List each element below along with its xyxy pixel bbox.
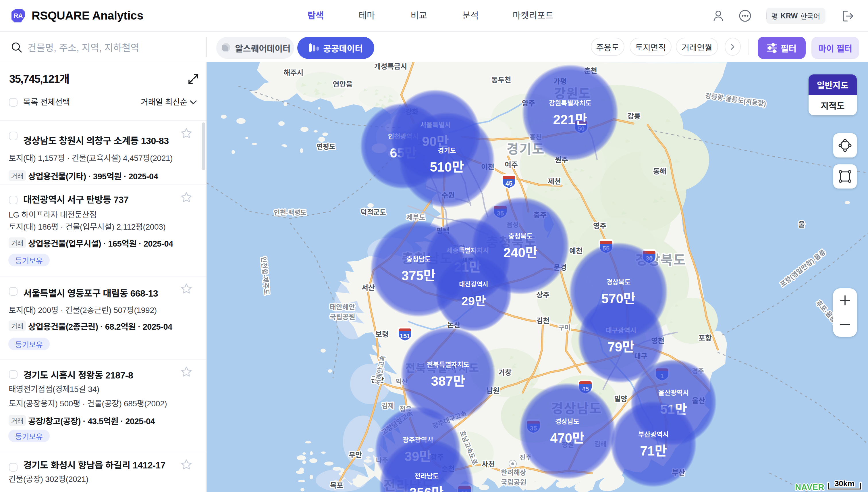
svg-text:울: 울 (798, 220, 805, 228)
svg-text:인천-백령도: 인천-백령도 (274, 209, 306, 216)
svg-text:510만: 510만 (430, 159, 464, 174)
svg-text:예천: 예천 (569, 247, 583, 255)
svg-text:제부도: 제부도 (406, 214, 425, 221)
svg-text:375만: 375만 (401, 268, 435, 283)
svg-text:570만: 570만 (601, 291, 635, 306)
svg-text:밀양: 밀양 (614, 395, 627, 403)
svg-text:태안해안: 태안해안 (330, 303, 355, 311)
svg-text:포항: 포항 (698, 334, 712, 342)
svg-text:충청남도: 충청남도 (406, 255, 431, 263)
svg-text:김제: 김제 (382, 402, 394, 410)
svg-text:영주: 영주 (593, 222, 606, 230)
svg-text:개성특급시: 개성특급시 (374, 63, 407, 70)
svg-text:김천: 김천 (536, 317, 550, 325)
svg-text:경기도: 경기도 (438, 147, 456, 154)
svg-text:상주: 상주 (536, 291, 550, 299)
svg-text:151: 151 (400, 333, 410, 340)
svg-text:한려해상: 한려해상 (501, 469, 526, 476)
svg-text:대전광역시: 대전광역시 (459, 281, 488, 288)
svg-text:387만: 387만 (431, 374, 465, 389)
svg-text:국립공원: 국립공원 (330, 313, 355, 321)
svg-text:부산광역시: 부산광역시 (638, 431, 669, 438)
svg-text:충청북도: 충청북도 (508, 232, 533, 240)
svg-text:서산: 서산 (362, 284, 375, 292)
svg-text:45: 45 (506, 180, 512, 187)
svg-text:240만: 240만 (503, 245, 537, 260)
svg-text:국립공원: 국립공원 (501, 478, 526, 486)
svg-text:356만: 356만 (409, 485, 443, 492)
svg-text:강원특별자치도: 강원특별자치도 (549, 99, 591, 107)
svg-text:동두천: 동두천 (491, 76, 511, 84)
svg-text:해주시: 해주시 (283, 69, 303, 77)
svg-text:강릉: 강릉 (627, 112, 640, 120)
svg-text:79만: 79만 (608, 339, 635, 354)
svg-text:여주: 여주 (505, 161, 518, 169)
svg-text:29만: 29만 (461, 294, 486, 308)
svg-text:전북특별자치도: 전북특별자치도 (427, 361, 469, 368)
svg-text:연평도: 연평도 (316, 143, 335, 151)
svg-text:제천: 제천 (548, 177, 561, 186)
svg-text:221만: 221만 (553, 112, 587, 127)
svg-text:동해: 동해 (653, 167, 666, 175)
svg-text:보령: 보령 (376, 330, 389, 338)
svg-text:470만: 470만 (550, 430, 584, 445)
svg-text:연안읍: 연안읍 (333, 80, 352, 88)
svg-text:71만: 71만 (640, 443, 667, 458)
svg-text:30km: 30km (834, 479, 854, 488)
svg-text:울산광역시: 울산광역시 (658, 389, 689, 397)
svg-text:거창: 거창 (498, 368, 512, 376)
svg-text:경상남도: 경상남도 (555, 418, 580, 425)
svg-text:구미: 구미 (558, 324, 570, 331)
svg-text:목포: 목포 (330, 482, 343, 489)
svg-text:전라남도: 전라남도 (414, 472, 439, 480)
svg-text:덕적군도: 덕적군도 (361, 208, 386, 216)
svg-text:사천: 사천 (482, 460, 495, 468)
svg-text:경상북도: 경상북도 (606, 278, 631, 286)
svg-text:무안: 무안 (349, 451, 362, 459)
